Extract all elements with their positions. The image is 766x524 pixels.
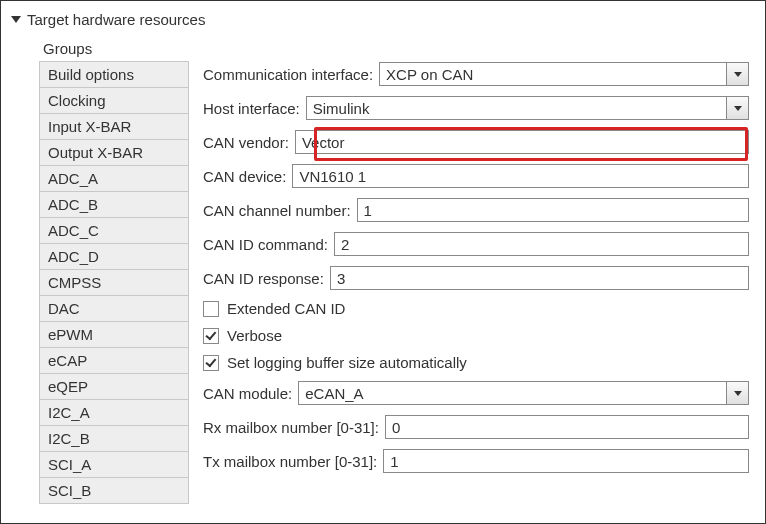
comm-if-value: XCP on CAN [380,66,726,83]
chevron-down-icon [734,391,742,396]
can-channel-input[interactable]: 1 [357,198,749,222]
tx-mbox-input[interactable]: 1 [383,449,749,473]
can-module-select[interactable]: eCAN_A [298,381,749,405]
sidebar-item-eqep[interactable]: eQEP [39,374,189,400]
rx-mbox-input[interactable]: 0 [385,415,749,439]
sidebar-item-build-options[interactable]: Build options [39,62,189,88]
rx-mbox-label: Rx mailbox number [0-31]: [203,419,379,436]
sidebar-item-sci-a[interactable]: SCI_A [39,452,189,478]
section-header[interactable]: Target hardware resources [11,7,755,38]
sidebar-item-epwm[interactable]: ePWM [39,322,189,348]
collapse-triangle-icon [11,16,21,23]
sidebar-item-ecap[interactable]: eCAP [39,348,189,374]
sidebar-item-i2c-a[interactable]: I2C_A [39,400,189,426]
can-channel-value: 1 [358,202,748,219]
can-id-resp-value: 3 [331,270,748,287]
host-if-label: Host interface: [203,100,300,117]
can-id-resp-label: CAN ID response: [203,270,324,287]
can-id-resp-input[interactable]: 3 [330,266,749,290]
can-id-cmd-label: CAN ID command: [203,236,328,253]
host-if-value: Simulink [307,100,726,117]
can-module-label: CAN module: [203,385,292,402]
sidebar-item-input-x-bar[interactable]: Input X-BAR [39,114,189,140]
host-if-select[interactable]: Simulink [306,96,749,120]
ext-can-id-label: Extended CAN ID [227,300,345,317]
verbose-checkbox[interactable] [203,328,219,344]
groups-panel: Groups Build optionsClockingInput X-BARO… [39,38,189,504]
comm-if-select[interactable]: XCP on CAN [379,62,749,86]
can-vendor-label: CAN vendor: [203,134,289,151]
sidebar-item-clocking[interactable]: Clocking [39,88,189,114]
sidebar-item-output-x-bar[interactable]: Output X-BAR [39,140,189,166]
form-panel: Communication interface: XCP on CAN Host… [203,38,755,504]
ext-can-id-checkbox[interactable] [203,301,219,317]
sidebar-item-adc-b[interactable]: ADC_B [39,192,189,218]
tx-mbox-value: 1 [384,453,748,470]
can-vendor-value: Vector [296,134,748,151]
set-log-buf-checkbox[interactable] [203,355,219,371]
chevron-down-icon [734,72,742,77]
can-channel-label: CAN channel number: [203,202,351,219]
comm-if-label: Communication interface: [203,66,373,83]
groups-list: Build optionsClockingInput X-BAROutput X… [39,61,189,504]
can-device-input[interactable]: VN1610 1 [292,164,749,188]
content-area: Groups Build optionsClockingInput X-BARO… [11,38,755,504]
can-device-value: VN1610 1 [293,168,748,185]
sidebar-item-dac[interactable]: DAC [39,296,189,322]
can-device-label: CAN device: [203,168,286,185]
can-id-cmd-input[interactable]: 2 [334,232,749,256]
sidebar-item-sci-b[interactable]: SCI_B [39,478,189,504]
set-log-buf-label: Set logging buffer size automatically [227,354,467,371]
can-module-value: eCAN_A [299,385,726,402]
sidebar-item-i2c-b[interactable]: I2C_B [39,426,189,452]
can-id-cmd-value: 2 [335,236,748,253]
config-panel: Target hardware resources Groups Build o… [0,0,766,524]
dropdown-button[interactable] [726,97,748,119]
groups-label: Groups [39,38,189,61]
verbose-label: Verbose [227,327,282,344]
sidebar-item-cmpss[interactable]: CMPSS [39,270,189,296]
sidebar-item-adc-d[interactable]: ADC_D [39,244,189,270]
section-title: Target hardware resources [27,11,205,28]
dropdown-button[interactable] [726,382,748,404]
sidebar-item-adc-c[interactable]: ADC_C [39,218,189,244]
sidebar-item-adc-a[interactable]: ADC_A [39,166,189,192]
rx-mbox-value: 0 [386,419,748,436]
tx-mbox-label: Tx mailbox number [0-31]: [203,453,377,470]
can-vendor-input[interactable]: Vector [295,130,749,154]
dropdown-button[interactable] [726,63,748,85]
chevron-down-icon [734,106,742,111]
